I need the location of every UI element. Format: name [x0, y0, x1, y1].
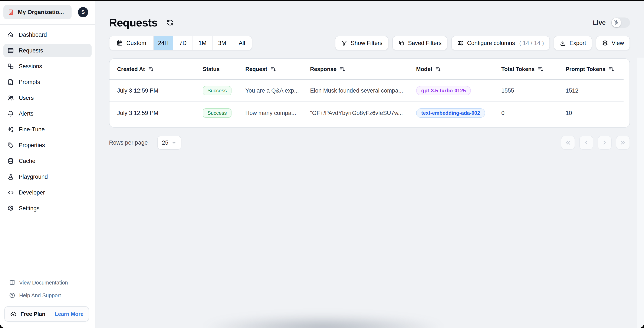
- live-toggle[interactable]: [611, 18, 630, 28]
- configure-columns-button[interactable]: Configure columns ( 14 / 14 ): [451, 36, 550, 50]
- title-row: Requests Live: [109, 15, 630, 30]
- sort-icon: [608, 66, 614, 72]
- rows-per-page-label: Rows per page: [109, 139, 148, 146]
- table-row[interactable]: July 3 12:59 PM Success You are a Q&A ex…: [110, 80, 624, 102]
- view-documentation-link[interactable]: View Documentation: [9, 279, 95, 286]
- main-content: Requests Live Custom 24H 7D: [96, 1, 644, 328]
- live-toggle-group: Live: [593, 18, 630, 28]
- beaker-icon: [7, 173, 14, 180]
- model-badge: text-embedding-ada-002: [416, 108, 485, 118]
- help-and-support-link[interactable]: Help And Support: [9, 292, 95, 298]
- next-page-button[interactable]: [598, 136, 612, 150]
- view-button[interactable]: View: [596, 36, 630, 50]
- sidebar-item-alerts[interactable]: Alerts: [4, 107, 92, 120]
- sort-icon: [148, 66, 154, 72]
- sidebar-item-users[interactable]: Users: [4, 91, 92, 104]
- home-icon: [7, 31, 14, 38]
- pagination-row: Rows per page 25: [109, 136, 630, 150]
- sidebar-item-dashboard[interactable]: Dashboard: [4, 28, 92, 41]
- download-icon: [560, 40, 566, 46]
- refresh-button[interactable]: [165, 17, 176, 28]
- plan-label: Free Plan: [20, 311, 45, 317]
- configure-columns-count: ( 14 / 14 ): [519, 40, 544, 47]
- plan-box[interactable]: Free Plan Learn More: [4, 306, 89, 321]
- sidebar-footer-links: View Documentation Help And Support: [0, 279, 95, 306]
- sidebar-item-playground[interactable]: Playground: [4, 170, 92, 184]
- sidebar-item-fine-tune[interactable]: Fine-Tune: [4, 123, 92, 136]
- time-range-1m[interactable]: 1M: [193, 36, 212, 50]
- bell-icon: [7, 110, 14, 117]
- chevron-down-icon: [172, 140, 176, 145]
- last-page-button[interactable]: [616, 136, 630, 150]
- sort-icon: [538, 66, 544, 72]
- sparkles-icon: [7, 126, 14, 133]
- requests-table: Created At Status Request Response Model: [109, 58, 630, 127]
- toolbar-row: Custom 24H 7D 1M 3M All Show Filters Sav…: [109, 36, 630, 50]
- time-range-24h[interactable]: 24H: [154, 36, 173, 50]
- bottom-shadow: [155, 310, 492, 328]
- sidebar-item-requests[interactable]: Requests: [4, 44, 92, 57]
- sidebar-nav: Dashboard Requests Sessions Prompts User…: [0, 25, 95, 218]
- org-name: My Organizatio...: [18, 9, 64, 16]
- tag-icon: [7, 142, 14, 149]
- avatar[interactable]: S: [78, 7, 88, 17]
- learn-more-link[interactable]: Learn More: [55, 311, 84, 317]
- code-icon: [7, 189, 14, 196]
- chevron-right-icon: [602, 140, 608, 146]
- sidebar: My Organizatio... S Dashboard Requests S…: [0, 0, 96, 328]
- sliders-icon: [457, 40, 464, 46]
- book-icon: [9, 279, 15, 286]
- chevrons-left-icon: [565, 140, 571, 146]
- time-range-all[interactable]: All: [232, 36, 252, 50]
- copy-icon: [398, 40, 405, 46]
- database-icon: [7, 157, 14, 165]
- column-header-model[interactable]: Model: [416, 66, 501, 73]
- status-badge: Success: [203, 108, 232, 118]
- sidebar-item-properties[interactable]: Properties: [4, 139, 92, 152]
- page-title: Requests: [109, 16, 158, 29]
- saved-filters-button[interactable]: Saved Filters: [392, 36, 448, 50]
- column-header-created-at[interactable]: Created At: [117, 66, 203, 73]
- previous-page-button[interactable]: [579, 136, 593, 150]
- refresh-icon: [166, 19, 174, 26]
- table-header-row: Created At Status Request Response Model: [110, 59, 624, 80]
- sort-icon: [340, 66, 346, 72]
- time-range-3m[interactable]: 3M: [212, 36, 232, 50]
- sort-icon: [435, 66, 441, 72]
- pagination-buttons: [561, 136, 630, 150]
- calendar-icon: [116, 40, 123, 46]
- question-circle-icon: [9, 292, 15, 298]
- sidebar-item-developer[interactable]: Developer: [4, 186, 92, 199]
- org-switcher-button[interactable]: My Organizatio...: [4, 5, 72, 20]
- show-filters-button[interactable]: Show Filters: [335, 36, 388, 50]
- sidebar-item-settings[interactable]: Settings: [4, 202, 92, 215]
- app-root: My Organizatio... S Dashboard Requests S…: [0, 0, 644, 328]
- column-header-total-tokens[interactable]: Total Tokens: [501, 66, 566, 73]
- layers-icon: [602, 40, 608, 46]
- column-header-request[interactable]: Request: [245, 66, 310, 73]
- rows-per-page-select[interactable]: 25: [157, 136, 182, 150]
- sidebar-item-cache[interactable]: Cache: [4, 154, 92, 168]
- gear-icon: [7, 205, 14, 212]
- column-header-status[interactable]: Status: [203, 66, 245, 73]
- sessions-icon: [7, 63, 14, 70]
- time-range-7d[interactable]: 7D: [173, 36, 193, 50]
- sidebar-header: My Organizatio... S: [0, 0, 95, 25]
- chevrons-right-icon: [620, 140, 626, 146]
- toolbar-buttons: Show Filters Saved Filters Configure col…: [335, 36, 630, 50]
- sidebar-item-prompts[interactable]: Prompts: [4, 76, 92, 89]
- column-header-prompt-tokens[interactable]: Prompt Tokens: [566, 66, 624, 73]
- scrollbar-gutter[interactable]: [637, 58, 644, 328]
- bolt-slash-icon: [612, 18, 621, 27]
- time-range-custom[interactable]: Custom: [110, 36, 154, 50]
- column-header-response[interactable]: Response: [310, 66, 416, 73]
- table-row[interactable]: July 3 12:59 PM Success How many compa..…: [110, 102, 624, 124]
- live-label: Live: [593, 19, 606, 26]
- cloud-upload-icon: [10, 310, 16, 317]
- time-range-selector: Custom 24H 7D 1M 3M All: [109, 36, 252, 50]
- sort-icon: [270, 66, 276, 72]
- sidebar-item-sessions[interactable]: Sessions: [4, 60, 92, 73]
- users-icon: [7, 94, 14, 101]
- first-page-button[interactable]: [561, 136, 575, 150]
- export-button[interactable]: Export: [554, 36, 592, 50]
